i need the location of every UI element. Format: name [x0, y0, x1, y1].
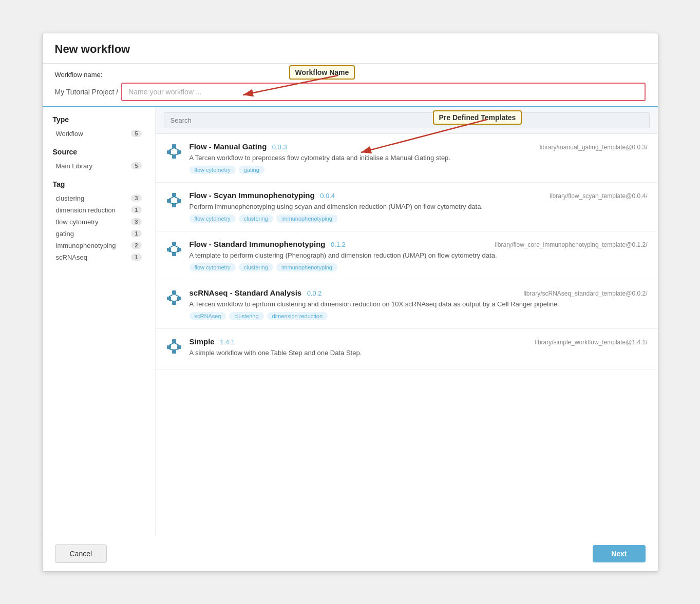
template-version: 0.1.2 [331, 241, 346, 248]
svg-rect-10 [177, 199, 181, 203]
template-item[interactable]: Flow - Scyan Immunophenotyping 0.0.4 lib… [156, 183, 658, 231]
tag-badge: gating [239, 166, 264, 174]
svg-line-31 [174, 300, 179, 301]
template-tags: flow cytometrygating [190, 166, 648, 174]
svg-rect-1 [167, 150, 171, 154]
content-area: Type Workflow5 Source Main Library5 Tag … [43, 107, 658, 536]
svg-rect-24 [172, 290, 176, 294]
sidebar-item-label: immunophenotyping [56, 242, 116, 249]
svg-rect-0 [172, 144, 176, 148]
search-input[interactable] [164, 112, 650, 128]
sidebar-item-label: clustering [56, 194, 85, 202]
svg-rect-35 [172, 350, 176, 354]
svg-rect-11 [172, 204, 176, 207]
template-body: Simple 1.4.1 library/simple_workflow_tem… [190, 337, 648, 361]
sidebar-item-tag[interactable]: clustering3 [53, 192, 145, 204]
sidebar-badge: 3 [131, 194, 141, 202]
sidebar-item-tag[interactable]: immunophenotyping2 [53, 240, 145, 251]
template-item[interactable]: Flow - Standard Immunophenotyping 0.1.2 … [156, 231, 658, 280]
sidebar: Type Workflow5 Source Main Library5 Tag … [43, 107, 156, 536]
template-name-version: Simple 1.4.1 [190, 337, 235, 346]
template-icon [166, 338, 182, 357]
template-title-row: Flow - Standard Immunophenotyping 0.1.2 … [190, 240, 648, 249]
template-icon [166, 241, 182, 259]
templates-list: Flow - Manual Gating 0.0.3 library/manua… [156, 134, 658, 536]
sidebar-badge: 3 [131, 218, 141, 225]
svg-rect-34 [177, 345, 181, 349]
template-desc: A simple workflow with one Table Step an… [190, 348, 648, 358]
template-name: scRNAseq - Standard Analysis [190, 288, 302, 297]
svg-line-30 [169, 300, 174, 301]
workflow-name-row: My Tutorial Project / [55, 83, 646, 101]
template-title-row: Simple 1.4.1 library/simple_workflow_tem… [190, 337, 648, 346]
sidebar-item-label: flow cytometry [56, 218, 99, 226]
workflow-name-input[interactable] [121, 83, 645, 101]
sidebar-item-tag[interactable]: dimension reduction1 [53, 204, 145, 216]
sidebar-item-tag[interactable]: gating1 [53, 228, 145, 240]
template-item[interactable]: Flow - Manual Gating 0.0.3 library/manua… [156, 134, 658, 183]
template-desc: A template to perform clustering (Phenog… [190, 251, 648, 260]
sidebar-badge: 1 [131, 230, 141, 237]
main-content: Flow - Manual Gating 0.0.3 library/manua… [156, 107, 658, 536]
template-title-row: Flow - Scyan Immunophenotyping 0.0.4 lib… [190, 191, 648, 200]
svg-line-38 [169, 349, 174, 350]
svg-rect-25 [167, 297, 171, 300]
template-path: library/flow_scyan_template@0.0.4/ [550, 192, 647, 200]
template-path: library/flow_core_immunophenotyping_temp… [495, 241, 647, 248]
template-version: 0.0.3 [272, 143, 287, 151]
template-item[interactable]: scRNAseq - Standard Analysis 0.0.2 libra… [156, 280, 658, 329]
sidebar-item-source[interactable]: Main Library5 [53, 160, 145, 172]
template-name-version: scRNAseq - Standard Analysis 0.0.2 [190, 288, 322, 298]
next-button[interactable]: Next [593, 545, 645, 562]
tag-badge: flow cytometry [190, 166, 236, 174]
svg-line-5 [174, 148, 179, 150]
sidebar-badge: 5 [131, 162, 141, 169]
template-body: Flow - Scyan Immunophenotyping 0.0.4 lib… [190, 191, 648, 223]
svg-line-20 [169, 245, 174, 248]
svg-line-28 [169, 294, 174, 297]
tag-badge: flow cytometry [190, 215, 236, 223]
template-tags: flow cytometryclusteringimmunophenotypin… [190, 215, 648, 223]
template-name: Flow - Manual Gating [190, 142, 267, 151]
template-name: Simple [190, 337, 215, 346]
search-bar-wrap [156, 107, 658, 134]
sidebar-badge: 1 [131, 254, 141, 261]
sidebar-badge: 2 [131, 242, 141, 249]
svg-rect-17 [167, 248, 171, 251]
svg-line-12 [169, 197, 174, 199]
svg-line-6 [169, 154, 174, 155]
svg-rect-27 [172, 301, 176, 305]
sidebar-item-label: Workflow [56, 130, 83, 138]
modal-title: New workflow [55, 43, 646, 56]
tag-badge: flow cytometry [190, 263, 236, 271]
template-item[interactable]: Simple 1.4.1 library/simple_workflow_tem… [156, 329, 658, 369]
template-body: scRNAseq - Standard Analysis 0.0.2 libra… [190, 288, 648, 320]
svg-line-39 [174, 349, 179, 350]
tag-badge: clustering [239, 215, 273, 223]
template-tags: flow cytometryclusteringimmunophenotypin… [190, 263, 648, 271]
sidebar-item-label: Main Library [56, 162, 93, 170]
svg-rect-32 [172, 339, 176, 343]
svg-rect-2 [177, 150, 181, 154]
svg-line-29 [174, 294, 179, 297]
sidebar-badge: 1 [131, 206, 141, 213]
tag-badge: dimension reduction [267, 312, 328, 320]
tag-badge: scRNAseq [190, 312, 226, 320]
sidebar-badge: 5 [131, 130, 141, 137]
sidebar-item-type[interactable]: Workflow5 [53, 128, 145, 140]
svg-line-21 [174, 245, 179, 248]
sidebar-item-tag[interactable]: flow cytometry3 [53, 216, 145, 228]
svg-line-36 [169, 343, 174, 345]
template-path: library/manual_gating_template@0.0.3/ [540, 144, 648, 151]
template-name-version: Flow - Scyan Immunophenotyping 0.0.4 [190, 191, 335, 200]
template-icon [166, 192, 182, 210]
svg-line-37 [174, 343, 179, 345]
svg-line-23 [174, 251, 179, 252]
sidebar-item-tag[interactable]: scRNAseq1 [53, 251, 145, 263]
template-icon [166, 289, 182, 308]
template-version: 0.0.2 [307, 289, 322, 297]
svg-rect-33 [167, 345, 171, 349]
sidebar-item-label: gating [56, 230, 74, 238]
template-version: 1.4.1 [220, 338, 235, 346]
cancel-button[interactable]: Cancel [55, 544, 107, 563]
